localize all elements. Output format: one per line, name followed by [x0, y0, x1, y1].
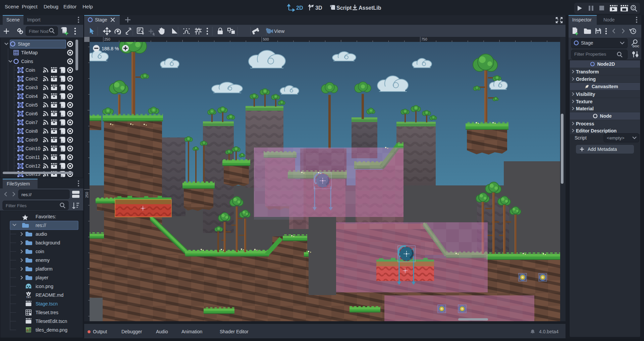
svg-text:Coin6: Coin6	[25, 111, 38, 116]
svg-text:audio: audio	[36, 231, 47, 237]
svg-text:Coin11: Coin11	[25, 155, 40, 160]
svg-text:Transform: Transform	[576, 69, 599, 74]
svg-text:Coin5: Coin5	[25, 102, 38, 108]
svg-text:Coin3: Coin3	[25, 85, 38, 90]
svg-text:Coin10: Coin10	[25, 146, 41, 151]
svg-text:3D: 3D	[315, 5, 322, 11]
svg-text:Filter Nod: Filter Nod	[29, 29, 49, 34]
svg-text:background: background	[36, 240, 60, 245]
svg-text:Texture: Texture	[576, 99, 593, 104]
svg-text:icon.png: icon.png	[36, 284, 53, 289]
svg-text:Process: Process	[576, 121, 594, 126]
svg-text:Favorites:: Favorites:	[36, 214, 56, 219]
svg-text:enemy: enemy	[36, 258, 50, 263]
svg-text:Coin8: Coin8	[25, 128, 38, 134]
svg-text:DOC: DOC	[633, 45, 640, 48]
svg-text:player: player	[36, 275, 48, 280]
svg-text:Coin: Coin	[25, 67, 35, 73]
svg-text:Stage: Stage	[18, 41, 30, 47]
svg-text:res://: res://	[21, 192, 32, 197]
svg-text:250: 250	[85, 192, 89, 198]
svg-text:Add Metadata: Add Metadata	[588, 147, 617, 152]
svg-text:View: View	[274, 29, 285, 34]
svg-text:Material: Material	[576, 106, 594, 111]
svg-text:platform: platform	[36, 266, 53, 272]
svg-text:TXT: TXT	[26, 296, 31, 299]
svg-text:Script: Script	[575, 135, 587, 140]
svg-text:Coin4: Coin4	[25, 94, 38, 99]
svg-text:res://: res://	[36, 223, 46, 228]
svg-text:coin: coin	[36, 249, 44, 254]
svg-text:tiles_demo.png: tiles_demo.png	[36, 327, 67, 333]
svg-text:CanvasItem: CanvasItem	[592, 84, 618, 89]
svg-text:Editor Description: Editor Description	[576, 128, 616, 133]
svg-text:TilesetEdit.tscn: TilesetEdit.tscn	[36, 319, 67, 324]
svg-text:Script: Script	[336, 5, 352, 11]
svg-text:2D: 2D	[296, 5, 303, 11]
svg-text:Node: Node	[600, 113, 612, 119]
svg-text:Visibility: Visibility	[576, 92, 595, 97]
svg-text:Coin2: Coin2	[25, 76, 38, 81]
svg-text:250: 250	[104, 37, 110, 41]
svg-text:Stage.tscn: Stage.tscn	[36, 301, 58, 306]
svg-text:500: 500	[263, 37, 269, 41]
svg-text:AssetLib: AssetLib	[359, 5, 381, 11]
svg-text:Stage: Stage	[95, 17, 107, 22]
svg-text:Coin7: Coin7	[25, 120, 38, 125]
svg-text:TileMap: TileMap	[21, 50, 38, 55]
svg-text:750: 750	[421, 37, 427, 41]
svg-text:Stage: Stage	[581, 40, 593, 46]
svg-text:Ordering: Ordering	[576, 76, 596, 82]
svg-text:188.8 %: 188.8 %	[102, 46, 119, 51]
svg-text:Coin12: Coin12	[25, 163, 41, 169]
svg-text:Coin9: Coin9	[25, 137, 38, 143]
svg-text:README.md: README.md	[36, 292, 63, 298]
svg-text:Filter Files: Filter Files	[6, 203, 27, 208]
svg-text:Coins: Coins	[21, 59, 33, 64]
svg-text:Tileset.tres: Tileset.tres	[36, 310, 58, 315]
svg-text:Node2D: Node2D	[597, 61, 615, 67]
svg-text:<empty>: <empty>	[607, 135, 625, 140]
